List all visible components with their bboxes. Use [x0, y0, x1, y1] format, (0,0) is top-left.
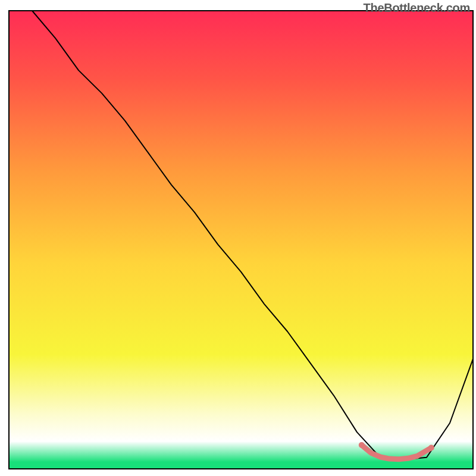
bottleneck-chart — [0, 0, 476, 476]
watermark-text: TheBottleneck.com — [364, 1, 470, 15]
optimal-range-endpoint — [359, 442, 365, 448]
optimal-range-endpoint — [428, 445, 434, 451]
chart-container: TheBottleneck.com — [0, 0, 476, 476]
gradient-background — [9, 11, 473, 469]
